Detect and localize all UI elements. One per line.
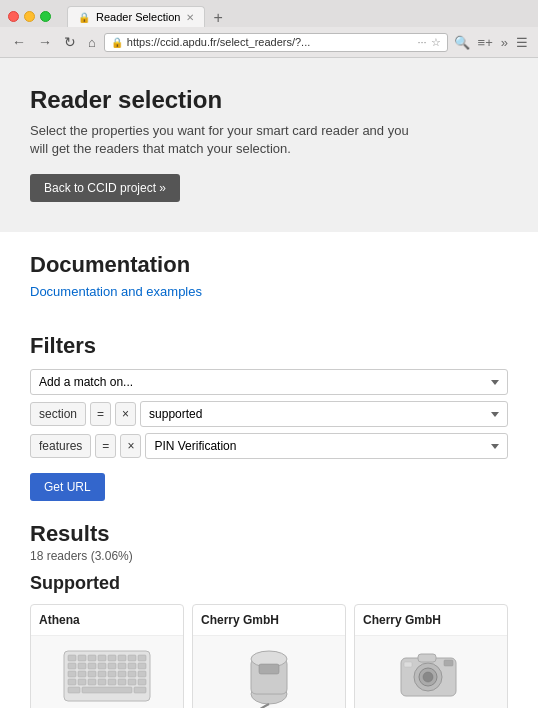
documentation-link[interactable]: Documentation and examples xyxy=(30,284,202,299)
svg-rect-30 xyxy=(118,679,126,685)
svg-rect-6 xyxy=(118,655,126,661)
svg-rect-8 xyxy=(138,655,146,661)
svg-rect-28 xyxy=(98,679,106,685)
svg-rect-32 xyxy=(138,679,146,685)
filter1-operator-x[interactable]: × xyxy=(115,402,136,426)
more-tools-icon[interactable]: » xyxy=(499,33,510,52)
results-title: Results xyxy=(30,521,508,547)
filter1-value-select[interactable]: supported xyxy=(140,401,508,427)
svg-rect-25 xyxy=(68,679,76,685)
add-match-select[interactable]: Add a match on... xyxy=(30,369,508,395)
filters-title: Filters xyxy=(30,333,508,359)
back-to-ccid-button[interactable]: Back to CCID project » xyxy=(30,174,180,202)
bookmark-icon[interactable]: ☆ xyxy=(431,36,441,49)
page-content: Reader selection Select the properties y… xyxy=(0,58,538,708)
filter2-value-select[interactable]: PIN Verification xyxy=(145,433,508,459)
tab-bar: 🔒 Reader Selection ✕ + xyxy=(67,6,530,27)
svg-rect-1 xyxy=(68,655,76,661)
hero-title: Reader selection xyxy=(30,86,508,114)
svg-rect-0 xyxy=(64,651,150,701)
card-grid: Athena xyxy=(30,604,508,708)
back-button[interactable]: ← xyxy=(8,32,30,52)
svg-point-43 xyxy=(423,672,433,682)
url-bar[interactable]: 🔒 https://ccid.apdu.fr/select_readers/?.… xyxy=(104,33,448,52)
lock-icon: 🔒 xyxy=(111,37,123,48)
svg-rect-9 xyxy=(68,663,76,669)
svg-rect-19 xyxy=(88,671,96,677)
card-athena-image xyxy=(31,636,183,708)
svg-rect-31 xyxy=(128,679,136,685)
reload-button[interactable]: ↻ xyxy=(60,32,80,52)
search-icon[interactable]: 🔍 xyxy=(452,33,472,52)
traffic-lights xyxy=(8,11,51,22)
tab-icon: 🔒 xyxy=(78,12,90,23)
svg-rect-13 xyxy=(108,663,116,669)
camera-icon xyxy=(396,646,466,706)
filter-row-2: features = × PIN Verification xyxy=(30,433,508,459)
svg-rect-46 xyxy=(444,660,453,666)
filter1-operator[interactable]: = xyxy=(90,402,111,426)
documentation-title: Documentation xyxy=(30,252,508,278)
maximize-light[interactable] xyxy=(40,11,51,22)
card-cherry1[interactable]: Cherry GmbH xyxy=(192,604,346,708)
svg-rect-11 xyxy=(88,663,96,669)
add-match-row: Add a match on... xyxy=(30,369,508,395)
toolbar-right: 🔍 ≡+ » ☰ xyxy=(452,33,530,52)
card-cherry2[interactable]: Cherry GmbH xyxy=(354,604,508,708)
forward-button[interactable]: → xyxy=(34,32,56,52)
svg-rect-2 xyxy=(78,655,86,661)
card-cherry2-brand: Cherry GmbH xyxy=(355,605,507,636)
menu-icon[interactable]: ☰ xyxy=(514,33,530,52)
title-bar: 🔒 Reader Selection ✕ + xyxy=(0,0,538,27)
filter-row-1: section = × supported xyxy=(30,401,508,427)
browser-chrome: 🔒 Reader Selection ✕ + ← → ↻ ⌂ 🔒 https:/… xyxy=(0,0,538,58)
main-content: Documentation Documentation and examples… xyxy=(0,252,538,708)
svg-rect-22 xyxy=(118,671,126,677)
close-light[interactable] xyxy=(8,11,19,22)
svg-rect-17 xyxy=(68,671,76,677)
svg-rect-44 xyxy=(418,654,436,662)
svg-rect-5 xyxy=(108,655,116,661)
minimize-light[interactable] xyxy=(24,11,35,22)
url-text: https://ccid.apdu.fr/select_readers/?... xyxy=(127,36,414,48)
svg-rect-20 xyxy=(98,671,106,677)
filter2-operator-x[interactable]: × xyxy=(120,434,141,458)
home-button[interactable]: ⌂ xyxy=(84,33,100,52)
svg-rect-10 xyxy=(78,663,86,669)
keyboard-icon xyxy=(62,649,152,704)
hero-description: Select the properties you want for your … xyxy=(30,122,430,158)
svg-rect-34 xyxy=(82,687,132,693)
extensions-icon[interactable]: ≡+ xyxy=(476,33,495,52)
active-tab[interactable]: 🔒 Reader Selection ✕ xyxy=(67,6,205,27)
card-athena[interactable]: Athena xyxy=(30,604,184,708)
hero-section: Reader selection Select the properties y… xyxy=(0,58,538,232)
svg-rect-27 xyxy=(88,679,96,685)
filter1-label: section xyxy=(30,402,86,426)
svg-rect-7 xyxy=(128,655,136,661)
svg-rect-35 xyxy=(134,687,146,693)
svg-rect-29 xyxy=(108,679,116,685)
svg-rect-14 xyxy=(118,663,126,669)
svg-rect-21 xyxy=(108,671,116,677)
new-tab-button[interactable]: + xyxy=(209,9,226,27)
card-athena-brand: Athena xyxy=(31,605,183,636)
url-bar-actions: ··· ☆ xyxy=(417,36,440,49)
tab-title: Reader Selection xyxy=(96,11,180,23)
svg-rect-33 xyxy=(68,687,80,693)
results-count: 18 readers (3.06%) xyxy=(30,549,508,563)
svg-rect-39 xyxy=(259,664,279,674)
svg-rect-26 xyxy=(78,679,86,685)
svg-rect-15 xyxy=(128,663,136,669)
svg-rect-24 xyxy=(138,671,146,677)
get-url-button[interactable]: Get URL xyxy=(30,473,105,501)
tab-close-button[interactable]: ✕ xyxy=(186,12,194,23)
svg-rect-3 xyxy=(88,655,96,661)
nav-bar: ← → ↻ ⌂ 🔒 https://ccid.apdu.fr/select_re… xyxy=(0,27,538,57)
filter2-operator[interactable]: = xyxy=(95,434,116,458)
filter2-label: features xyxy=(30,434,91,458)
svg-rect-12 xyxy=(98,663,106,669)
svg-rect-45 xyxy=(404,662,412,667)
card-cherry1-image xyxy=(193,636,345,708)
url-menu-icon[interactable]: ··· xyxy=(417,36,426,49)
scanner-icon xyxy=(239,639,299,708)
